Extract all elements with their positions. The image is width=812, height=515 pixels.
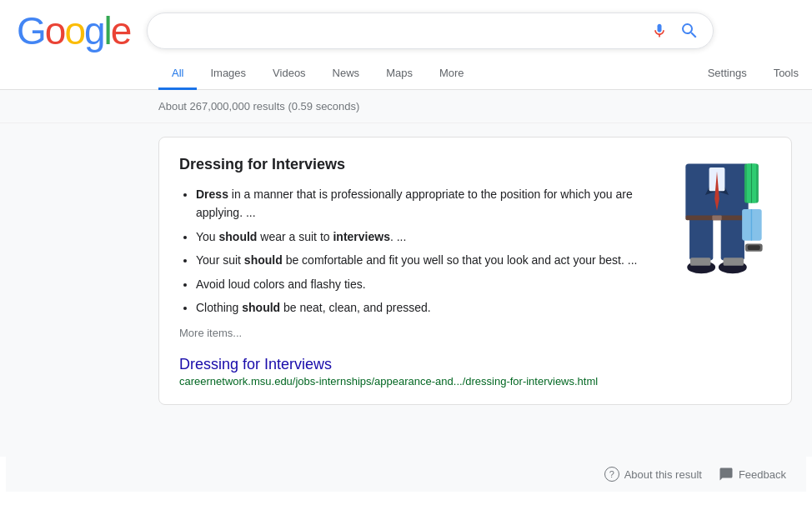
- search-icon[interactable]: [679, 21, 699, 41]
- mic-icon[interactable]: [651, 22, 668, 39]
- list-item: Avoid loud colors and flashy ties.: [196, 275, 646, 293]
- list-item: Your suit should be comfortable and fit …: [196, 251, 646, 269]
- svg-rect-6: [721, 217, 744, 260]
- svg-rect-8: [712, 216, 721, 221]
- search-bar[interactable]: how should i dress for an interview: [147, 12, 714, 49]
- google-logo[interactable]: Google: [17, 12, 130, 50]
- list-item: Clothing should be neat, clean, and pres…: [196, 298, 646, 317]
- result-url: careernetwork.msu.edu/jobs-internships/a…: [179, 375, 646, 388]
- result-link-title[interactable]: Dressing for Interviews: [179, 356, 332, 372]
- svg-rect-17: [748, 245, 760, 250]
- search-input[interactable]: how should i dress for an interview: [161, 23, 651, 38]
- clothes-svg: [667, 156, 767, 289]
- results-count: About 267,000,000 results (0.59 seconds): [158, 100, 359, 112]
- snippet-title: Dressing for Interviews: [179, 156, 646, 173]
- nav-item-maps[interactable]: Maps: [373, 58, 426, 90]
- snippet-content: Dressing for Interviews Dress in a manne…: [179, 156, 646, 388]
- about-icon: ?: [604, 467, 619, 482]
- svg-rect-18: [690, 258, 710, 265]
- main-content: Dressing for Interviews Dress in a manne…: [0, 123, 812, 457]
- svg-rect-19: [724, 258, 744, 265]
- header: Google how should i dress for an intervi…: [0, 0, 812, 50]
- about-result[interactable]: ? About this result: [604, 467, 702, 482]
- more-items-link[interactable]: More items...: [179, 327, 646, 339]
- feedback-icon: [719, 467, 734, 482]
- result-link-section: Dressing for Interviews careernetwork.ms…: [179, 354, 646, 388]
- snippet-list: Dress in a manner that is professionally…: [179, 185, 646, 317]
- footer: ? About this result Feedback: [6, 457, 806, 492]
- list-item: Dress in a manner that is professionally…: [196, 185, 646, 222]
- list-item: You should wear a suit to interviews. ..…: [196, 228, 646, 246]
- nav-item-settings[interactable]: Settings: [694, 58, 760, 90]
- featured-snippet-card: Dressing for Interviews Dress in a manne…: [158, 137, 792, 405]
- feedback-item[interactable]: Feedback: [719, 467, 786, 482]
- nav-item-tools[interactable]: Tools: [760, 58, 812, 90]
- nav-item-images[interactable]: Images: [197, 58, 259, 90]
- nav-item-more[interactable]: More: [426, 58, 478, 90]
- feedback-label: Feedback: [739, 468, 786, 481]
- about-label: About this result: [624, 468, 702, 481]
- nav-item-news[interactable]: News: [319, 58, 373, 90]
- results-info: About 267,000,000 results (0.59 seconds): [0, 90, 812, 123]
- nav-item-videos[interactable]: Videos: [259, 58, 319, 90]
- search-nav: All Images Videos News Maps More Setting…: [0, 53, 812, 90]
- snippet-image: [663, 156, 771, 388]
- nav-item-all[interactable]: All: [158, 58, 197, 90]
- svg-rect-5: [689, 217, 713, 260]
